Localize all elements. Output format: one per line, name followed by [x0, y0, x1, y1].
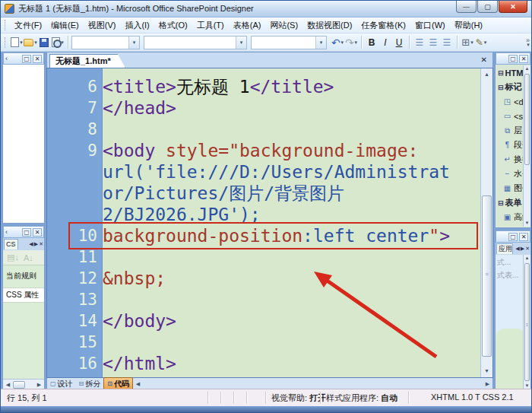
- scroll-up-icon[interactable]: ▲: [481, 69, 492, 80]
- tab-apply-styles[interactable]: 应用样式: [496, 243, 513, 254]
- scroll-left-icon[interactable]: ◀: [3, 380, 13, 389]
- menu-item[interactable]: 插入(I): [120, 18, 154, 33]
- collapse-icon[interactable]: ‹: [5, 55, 8, 62]
- code-row[interactable]: 7</head>: [47, 97, 480, 119]
- scroll-down-icon[interactable]: ▼: [524, 220, 530, 227]
- align-center-button[interactable]: ☰: [426, 35, 440, 49]
- code-row[interactable]: 11: [47, 246, 480, 268]
- style-application-status[interactable]: 样式应用程序: 自动: [326, 392, 397, 404]
- collapse-expander-icon[interactable]: ⊟: [498, 199, 504, 207]
- code-row[interactable]: 16</html>: [47, 353, 480, 374]
- float-panel-button[interactable]: ▢: [508, 233, 518, 241]
- code-row[interactable]: 9<body style="background-image:: [47, 140, 480, 161]
- scroll-up-icon[interactable]: ▲: [524, 255, 530, 262]
- code-view[interactable]: 6<title>无标题 1</title>7</head>89<body sty…: [46, 68, 493, 378]
- scroll-right-icon[interactable]: ▶: [521, 246, 524, 252]
- schema-status[interactable]: XHTML 1.0 T CSS 2.1: [431, 392, 514, 402]
- summary-icon[interactable]: ▤↓: [7, 253, 19, 262]
- scrollbar-thumb[interactable]: ≡: [482, 195, 492, 357]
- apply-styles-scrollbar[interactable]: ▲ ≡ ▼: [523, 255, 530, 389]
- code-row[interactable]: 8: [47, 119, 480, 140]
- font-size-combo[interactable]: ▾: [251, 36, 327, 49]
- open-button[interactable]: ▾: [24, 35, 37, 49]
- cursor-position: 行 15, 列 1: [7, 392, 47, 404]
- menu-item[interactable]: 表格(A): [229, 18, 266, 33]
- menu-item[interactable]: 任务窗格(K): [356, 18, 410, 33]
- float-panel-button[interactable]: ▢: [22, 228, 31, 237]
- close-document-icon[interactable]: ✕: [481, 56, 487, 64]
- scrollbar-thumb[interactable]: ≡: [524, 263, 530, 381]
- close-panel-button[interactable]: ✕: [33, 228, 42, 237]
- borders-button[interactable]: ⊞▾: [461, 35, 474, 49]
- menu-item[interactable]: 数据视图(D): [302, 18, 356, 33]
- document-tab[interactable]: 无标题_1.htm*: [49, 54, 125, 68]
- collapse-expander-icon[interactable]: ⊟: [498, 69, 504, 77]
- toolbox-scrollbar[interactable]: ▲ ▼: [523, 65, 530, 227]
- sort-icon[interactable]: A↓: [24, 253, 33, 262]
- scrollbar-thumb[interactable]: [524, 74, 530, 165]
- code-row[interactable]: 2/BJ2026.JPG');: [47, 204, 480, 225]
- scrollbar-thumb[interactable]: [13, 381, 25, 389]
- panel-horizontal-scrollbar[interactable]: ◀ ▶: [3, 379, 44, 389]
- font-combo[interactable]: ▾: [144, 36, 247, 49]
- close-icon[interactable]: ✕: [39, 241, 43, 247]
- workspace: ‹ ▢ ✕ ‹ ▢ ✕ CS ◀ ▶ ✕ ▤↓ A↓ 当前规则 CSS: [1, 52, 531, 389]
- undo-button[interactable]: ↶▾: [331, 35, 344, 49]
- highlight-button[interactable]: ✎▾: [474, 35, 488, 49]
- code-row[interactable]: url('file:///D:/Users/Administrat: [47, 161, 480, 183]
- style-combo[interactable]: ▾: [71, 36, 140, 49]
- align-left-button[interactable]: ☰: [413, 35, 426, 49]
- close-button[interactable]: ✕: [499, 1, 527, 13]
- code-row[interactable]: 14</body>: [47, 310, 480, 332]
- menu-item[interactable]: 视图(V): [84, 18, 121, 33]
- scroll-left-icon[interactable]: ◀: [29, 241, 33, 247]
- chevron-down-icon[interactable]: ▾: [236, 37, 246, 49]
- visual-aids-status[interactable]: 视觉帮助: 打开: [271, 392, 326, 404]
- minimize-button[interactable]: —: [456, 1, 477, 13]
- window-controls: — ▢ ✕: [456, 1, 527, 13]
- chevron-down-icon[interactable]: ▾: [315, 37, 326, 49]
- menu-item[interactable]: 格式(O): [154, 18, 192, 33]
- code-row[interactable]: 15: [47, 332, 480, 353]
- align-right-button[interactable]: ☰: [440, 35, 454, 49]
- close-panel-button[interactable]: ✕: [33, 55, 42, 63]
- menu-item[interactable]: 工具(T): [192, 18, 229, 33]
- scroll-left-icon[interactable]: ◀: [515, 246, 519, 252]
- menu-item[interactable]: 网站(S): [265, 18, 302, 33]
- code-row[interactable]: 13: [47, 289, 480, 310]
- scroll-right-icon[interactable]: ▶: [34, 241, 38, 247]
- menu-item[interactable]: 文件(F): [10, 18, 46, 33]
- menu-item[interactable]: 编辑(E): [46, 18, 84, 33]
- scroll-right-icon[interactable]: ▶: [34, 380, 44, 389]
- preview-button[interactable]: ▾: [51, 35, 65, 49]
- close-icon[interactable]: ✕: [525, 246, 530, 252]
- code-row[interactable]: 6<title>无标题 1</title>: [47, 76, 480, 97]
- redo-button[interactable]: ↷▾: [344, 35, 358, 49]
- float-panel-button[interactable]: ▢: [22, 55, 31, 63]
- scroll-right-icon[interactable]: ▶: [483, 380, 492, 389]
- code-row[interactable]: 12&nbsp;: [47, 268, 480, 289]
- float-panel-button[interactable]: ▢: [508, 55, 518, 63]
- maximize-button[interactable]: ▢: [477, 1, 498, 13]
- scroll-left-icon[interactable]: ◀: [133, 380, 143, 389]
- chevron-down-icon: ▾: [355, 40, 358, 46]
- new-document-button[interactable]: ▾: [10, 35, 24, 49]
- chevron-down-icon[interactable]: ▾: [128, 37, 139, 49]
- menu-item[interactable]: 窗口(W): [410, 18, 450, 33]
- italic-button[interactable]: I: [378, 35, 392, 49]
- menu-item[interactable]: 帮助(H): [450, 18, 487, 33]
- save-button[interactable]: [37, 35, 51, 49]
- tab-css-properties[interactable]: CS: [4, 239, 18, 249]
- toolbar-overflow-button[interactable]: »▾: [526, 39, 530, 46]
- collapse-expander-icon[interactable]: ⊟: [498, 84, 504, 91]
- scroll-down-icon[interactable]: ▼: [481, 366, 492, 376]
- bold-button[interactable]: B: [365, 35, 378, 49]
- close-panel-button[interactable]: ✕: [519, 233, 528, 241]
- underline-button[interactable]: U: [392, 35, 406, 49]
- highlighted-code-row[interactable]: 10background-position:left center">: [47, 225, 480, 246]
- code-vertical-scrollbar[interactable]: ▲ ≡ ▼: [480, 68, 492, 377]
- code-row[interactable]: or/Pictures/图片/背景图片: [47, 183, 480, 204]
- close-panel-button[interactable]: ✕: [519, 55, 528, 63]
- scroll-up-icon[interactable]: ▲: [524, 65, 530, 72]
- collapse-icon[interactable]: ‹: [5, 228, 8, 236]
